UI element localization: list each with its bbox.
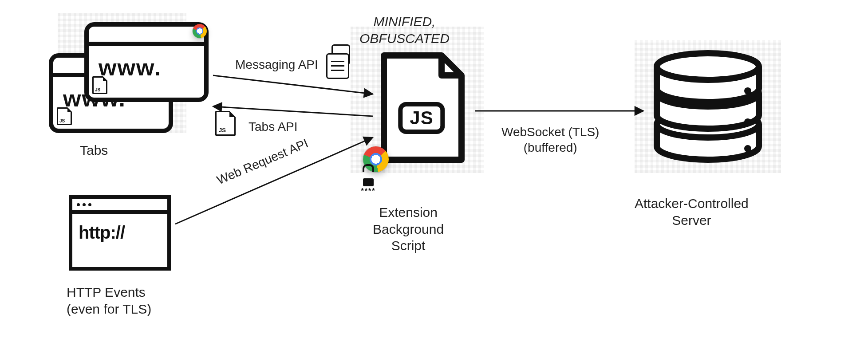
svg-point-4: [744, 118, 751, 126]
js-file-icon: [215, 111, 236, 136]
svg-point-3: [744, 87, 751, 94]
chrome-logo-icon: [193, 24, 207, 38]
tabs-label: Tabs: [80, 142, 108, 159]
lock-stars: ****: [359, 187, 377, 195]
arrow-messaging: [213, 75, 373, 94]
http-window: http://: [69, 195, 171, 271]
js-file-badge-icon: [57, 107, 72, 125]
server-label: Attacker-Controlled Server: [635, 195, 749, 228]
svg-point-2: [657, 53, 759, 80]
js-file-badge-icon: [92, 76, 107, 94]
http-window-text: http://: [72, 214, 167, 248]
arrow-tabs-api: [213, 106, 373, 116]
svg-point-5: [744, 145, 751, 152]
http-label: HTTP Events (even for TLS): [67, 284, 151, 317]
extension-header: MINIFIED, OBFUSCATED: [359, 13, 450, 47]
lock-icon: ****: [359, 164, 377, 186]
tabs-window-front: www.: [84, 22, 209, 102]
extension-label: Extension Background Script: [373, 204, 444, 254]
document-stack-icon: [326, 44, 353, 75]
edge-messaging-label: Messaging API: [235, 57, 318, 72]
edge-web-request-label: Web Request API: [214, 135, 311, 188]
edge-websocket-label: WebSocket (TLS) (buffered): [501, 124, 599, 155]
edge-tabs-api-label: Tabs API: [249, 119, 298, 134]
diagram-stage: www. www. Tabs http:// HTTP Events (even…: [0, 0, 868, 346]
extension-file-icon: JS: [375, 51, 468, 166]
server-icon: [648, 49, 768, 164]
extension-js-badge: JS: [398, 102, 445, 134]
